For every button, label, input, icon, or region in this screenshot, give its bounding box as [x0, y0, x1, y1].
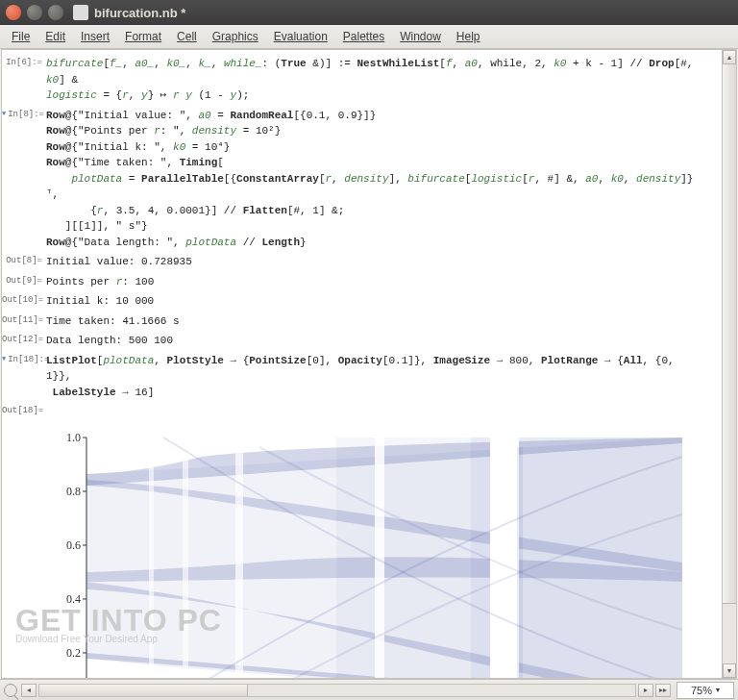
input-cell[interactable]: In[6]:=bifurcate[f_, a0_, k0_, k_, while…	[2, 56, 732, 104]
menu-edit[interactable]: Edit	[37, 27, 73, 46]
horizontal-scrollbar[interactable]: ◂ ▸ ▸▸	[21, 684, 671, 697]
document-icon	[73, 5, 88, 20]
svg-rect-26	[517, 447, 523, 680]
maximize-icon[interactable]	[48, 5, 63, 20]
menubar: File Edit Insert Format Cell Graphics Ev…	[0, 25, 738, 49]
scroll-down-icon[interactable]: ▾	[723, 663, 736, 678]
cell-body[interactable]: Points per r: 100	[46, 274, 723, 290]
cell-body[interactable]: ListPlot[plotData, PlotStyle → {PointSiz…	[46, 353, 723, 401]
output-cell[interactable]: Out[12]=Data length: 500 100	[2, 333, 732, 349]
cell-body[interactable]: bifurcate[f_, a0_, k0_, k_, while_: (Tru…	[46, 56, 723, 104]
cell-label: Out[8]=	[2, 254, 46, 270]
output-cell[interactable]: Out[10]=Initial k: 10 000	[2, 293, 732, 310]
svg-rect-30	[149, 464, 154, 676]
minimize-icon[interactable]	[27, 5, 42, 20]
titlebar: bifurcation.nb *	[0, 0, 738, 25]
svg-text:0.4: 0.4	[66, 592, 81, 606]
menu-file[interactable]: File	[4, 27, 37, 46]
menu-palettes[interactable]: Palettes	[335, 27, 392, 46]
menu-help[interactable]: Help	[449, 27, 488, 46]
cell-body[interactable]: Initial k: 10 000	[46, 293, 723, 310]
scroll-end-icon[interactable]: ▸▸	[655, 684, 671, 697]
cell-label: Out[10]=	[2, 293, 46, 310]
menu-window[interactable]: Window	[392, 27, 449, 46]
close-icon[interactable]	[6, 5, 21, 20]
cell-body[interactable]: Initial value: 0.728935	[46, 254, 723, 270]
svg-text:0.2: 0.2	[66, 646, 81, 660]
output-cell[interactable]: Out[9]=Points per r: 100	[2, 274, 732, 290]
cell-label: Out[12]=	[2, 333, 46, 349]
scroll-up-icon[interactable]: ▴	[723, 50, 736, 64]
output-cell[interactable]: Out[11]=Time taken: 41.1666 s	[2, 313, 732, 330]
cell-body[interactable]: Data length: 500 100	[46, 333, 723, 349]
menu-evaluation[interactable]: Evaluation	[266, 27, 335, 46]
input-cell[interactable]: ▼In[8]:=Row@{"Initial value: ", a0 = Ran…	[2, 108, 732, 251]
svg-rect-25	[490, 438, 519, 680]
svg-text:0.8: 0.8	[66, 485, 81, 498]
cell-label: ▼In[18]:=	[2, 353, 46, 401]
svg-text:1.0: 1.0	[66, 432, 81, 444]
cell-body[interactable]	[46, 404, 723, 418]
cell-label: Out[18]=	[2, 404, 46, 418]
vertical-scrollbar[interactable]: ▴ ▾	[722, 50, 736, 678]
output-cell[interactable]: Out[8]=Initial value: 0.728935	[2, 254, 732, 270]
scroll-track-h[interactable]	[38, 684, 636, 697]
menu-insert[interactable]: Insert	[73, 27, 117, 46]
zoom-level[interactable]: 75%▾	[676, 682, 734, 699]
menu-cell[interactable]: Cell	[169, 27, 205, 46]
menu-graphics[interactable]: Graphics	[205, 27, 266, 46]
bifurcation-plot: 1.0 0.8 0.6 0.4 0.2 3.6 3.7 3.8 3.9 4.0	[50, 432, 736, 680]
svg-rect-29	[183, 457, 188, 680]
window-title: bifurcation.nb *	[94, 6, 185, 20]
scroll-track[interactable]	[723, 64, 736, 663]
scroll-thumb[interactable]	[723, 64, 736, 604]
svg-text:0.6: 0.6	[66, 538, 81, 552]
output-cell[interactable]: Out[18]=	[2, 404, 732, 418]
cell-label: Out[11]=	[2, 313, 46, 330]
cell-body[interactable]: Row@{"Initial value: ", a0 = RandomReal[…	[46, 108, 723, 251]
cell-label: ▼In[8]:=	[2, 108, 46, 251]
scroll-right-icon[interactable]: ▸	[638, 684, 653, 697]
scroll-thumb-h[interactable]	[39, 685, 248, 696]
input-cell[interactable]: ▼In[18]:=ListPlot[plotData, PlotStyle → …	[2, 353, 732, 401]
statusbar: ◂ ▸ ▸▸ 75%▾	[0, 679, 738, 700]
notebook-content[interactable]: In[6]:=bifurcate[f_, a0_, k0_, k_, while…	[1, 49, 737, 679]
cell-label: In[6]:=	[2, 56, 46, 104]
cell-label: Out[9]=	[2, 274, 46, 290]
scroll-left-icon[interactable]: ◂	[21, 684, 37, 697]
search-icon[interactable]	[4, 684, 17, 697]
menu-format[interactable]: Format	[117, 27, 169, 46]
cell-body[interactable]: Time taken: 41.1666 s	[46, 313, 723, 330]
